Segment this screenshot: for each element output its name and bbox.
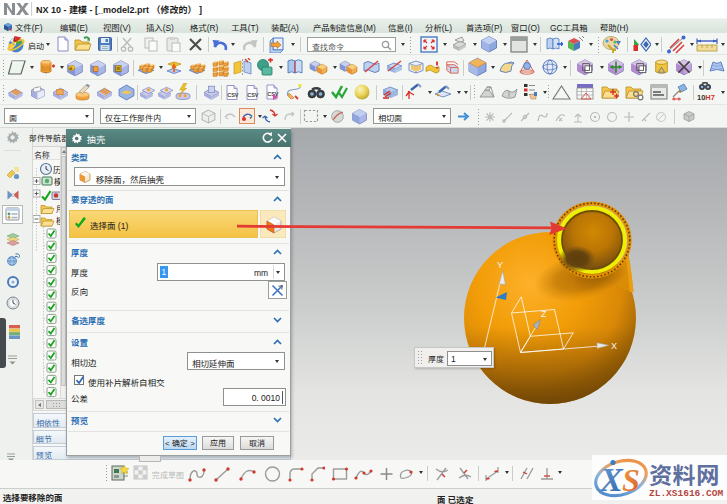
svg-text:Y: Y: [497, 260, 503, 270]
svg-text:CSV: CSV: [227, 92, 239, 98]
svg-text:Z: Z: [541, 309, 547, 319]
svg-text:S: S: [622, 462, 640, 498]
svg-text:X: X: [611, 341, 617, 351]
svg-text:X: X: [599, 461, 624, 498]
svg-text:ZL.XS1616.COM: ZL.XS1616.COM: [649, 488, 723, 499]
svg-text:CSV: CSV: [247, 92, 259, 98]
svg-text:10H7: 10H7: [697, 93, 715, 102]
svg-text:资料网: 资料网: [649, 457, 720, 491]
